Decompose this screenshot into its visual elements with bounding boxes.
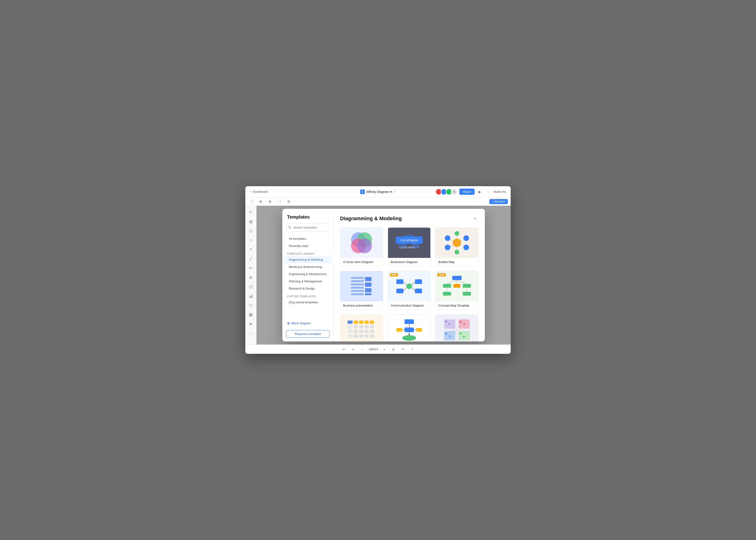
doc-icon[interactable]: 📄 xyxy=(248,198,255,205)
table-icon[interactable]: ⊞ xyxy=(257,198,264,205)
text-tool[interactable]: T xyxy=(247,246,255,253)
request-template-button[interactable]: Request a template xyxy=(286,330,329,338)
wave-icon[interactable]: 〜 xyxy=(400,346,406,352)
sidebar-item-planning[interactable]: Planning & Management xyxy=(284,278,331,285)
sidebar-item-recent[interactable]: Recently used xyxy=(284,242,331,249)
svg-point-13 xyxy=(463,245,469,250)
embed-tool[interactable]: ⊕ xyxy=(247,320,255,328)
template-name-concept: Concept Map Template xyxy=(436,301,478,310)
template-card-brainstorm[interactable]: Use template Learn more ↗ xyxy=(388,227,431,266)
template-card-bubble[interactable]: Bubble Map xyxy=(435,227,478,266)
undo-button[interactable]: ↩ xyxy=(340,346,347,352)
screen-icon[interactable]: 🖥 xyxy=(267,198,273,205)
app-logo: C xyxy=(360,190,365,194)
add-sheet-button[interactable]: + dd sheet xyxy=(489,199,508,204)
modal-sidebar: Templates 🔍 All templates Recently used … xyxy=(282,209,333,341)
close-button[interactable]: × xyxy=(472,215,478,222)
svg-line-38 xyxy=(412,282,415,285)
svg-rect-25 xyxy=(351,287,364,289)
thumbnail-journey xyxy=(340,315,383,341)
custom-section-label: CUSTOM TEMPLATES xyxy=(282,292,333,299)
svg-rect-42 xyxy=(452,276,461,280)
search-input[interactable] xyxy=(286,223,329,231)
svg-rect-80 xyxy=(416,328,422,332)
image-tool[interactable]: 🖼 xyxy=(247,311,255,319)
svg-rect-26 xyxy=(351,290,364,292)
zoom-display: 100% ▾ xyxy=(368,347,378,351)
template-name-venn: 4 Circle Venn Diagram xyxy=(340,258,383,266)
svg-rect-34 xyxy=(415,279,422,284)
share-button[interactable]: Share xyxy=(459,189,475,195)
secondary-toolbar: 📄 ⊞ 🖥 ⛶ ⚙ + dd sheet xyxy=(245,198,511,206)
svg-rect-58 xyxy=(359,321,363,324)
svg-point-14 xyxy=(454,231,459,236)
pen-tool[interactable]: ✏ xyxy=(247,264,255,272)
sidebar-item-meeting[interactable]: Meeting & Brainstorming xyxy=(284,263,331,270)
network-tool[interactable]: ⬡ xyxy=(247,302,255,309)
note-tool[interactable]: ▤ xyxy=(247,218,255,225)
frame-icon[interactable]: ⛶ xyxy=(276,198,283,205)
left-toolbar: ↖ ▤ ⬡ ☆ T ╱ ✏ ⊟ ⬜ 📊 ⬡ 🖼 ⊕ ··· xyxy=(245,206,257,344)
svg-point-12 xyxy=(445,245,450,250)
svg-point-11 xyxy=(463,235,469,241)
modal-title: Templates xyxy=(282,214,333,223)
template-name-business: Business presentation xyxy=(340,301,383,310)
template-card-journey[interactable]: Customer Journey Map Template xyxy=(340,315,383,341)
cursor-tool[interactable]: ↖ xyxy=(247,208,255,216)
shapes-tool[interactable]: ⬡ xyxy=(247,227,255,235)
template-card-dataflow[interactable]: Data Flow Chart xyxy=(388,315,431,341)
thumbnail-venn xyxy=(340,228,383,258)
chart-tool[interactable]: 📊 xyxy=(247,292,255,300)
sidebar-item-engineering[interactable]: Engineering & Infrastructure xyxy=(284,270,331,278)
doc-title: Affinity Diagram ▾ xyxy=(366,190,392,194)
template-card-business[interactable]: Business presentation xyxy=(340,271,383,310)
table-tool[interactable]: ⊟ xyxy=(247,274,255,281)
sidebar-item-research[interactable]: Research & Design xyxy=(284,285,331,292)
blank-diagram-button[interactable]: ⊕ Blank diagram xyxy=(282,319,333,327)
sidebar-item-diagramming[interactable]: Diagramming & Modeling xyxy=(284,256,331,263)
template-name-brainstorm: Brainstorm Diagram xyxy=(388,258,431,266)
search-icon: 🔍 xyxy=(288,226,292,229)
back-link[interactable]: ← Dashboard xyxy=(249,190,268,194)
template-card-communication[interactable]: NEW xyxy=(388,271,431,310)
top-bar-right: +1 Share ▶ ↓ Nulab Inc. xyxy=(436,189,507,195)
svg-line-50 xyxy=(457,280,467,284)
svg-rect-65 xyxy=(354,330,358,333)
svg-marker-78 xyxy=(408,334,410,335)
download-icon[interactable]: ↓ xyxy=(485,189,491,195)
zoom-in-button[interactable]: + xyxy=(381,346,388,352)
settings-icon[interactable]: ⚙ xyxy=(285,198,292,205)
svg-rect-35 xyxy=(396,289,403,293)
svg-rect-64 xyxy=(370,325,374,329)
sidebar-item-org[interactable]: [Org name] templates xyxy=(284,299,331,306)
modal-overlay: Templates 🔍 All templates Recently used … xyxy=(257,206,511,344)
svg-rect-62 xyxy=(359,325,363,329)
thumbnail-business xyxy=(340,271,383,301)
template-card-empathy[interactable]: Empathy Map Template xyxy=(435,315,478,341)
svg-rect-69 xyxy=(354,335,358,338)
zoom-out-button[interactable]: − xyxy=(359,346,366,352)
chevron-down-icon[interactable]: ▾ xyxy=(390,190,392,194)
more-tool[interactable]: ··· xyxy=(247,330,255,337)
svg-line-17 xyxy=(450,239,453,241)
redo-button[interactable]: ↪ xyxy=(350,346,356,352)
svg-rect-43 xyxy=(443,284,451,288)
thumbnail-bubble xyxy=(436,228,478,258)
check-icon: ✓ xyxy=(393,190,396,194)
sidebar-item-all[interactable]: All templates xyxy=(284,235,331,242)
svg-rect-92 xyxy=(463,323,465,325)
star-tool[interactable]: ☆ xyxy=(247,236,255,244)
line-tool[interactable]: ╱ xyxy=(247,255,255,263)
svg-rect-33 xyxy=(396,279,403,284)
fit-view-button[interactable]: ⊡ xyxy=(390,346,397,352)
play-icon[interactable]: ▶ xyxy=(476,189,483,195)
svg-rect-74 xyxy=(405,328,414,332)
template-card-venn[interactable]: 4 Circle Venn Diagram xyxy=(340,227,383,266)
section-title: Diagramming & Modeling xyxy=(340,215,402,221)
svg-rect-28 xyxy=(365,277,371,281)
template-card-concept[interactable]: NEW xyxy=(435,271,478,310)
svg-rect-56 xyxy=(347,335,353,338)
help-button[interactable]: ? xyxy=(409,346,416,352)
sticky-tool[interactable]: ⬜ xyxy=(247,283,255,291)
svg-rect-27 xyxy=(351,293,364,295)
